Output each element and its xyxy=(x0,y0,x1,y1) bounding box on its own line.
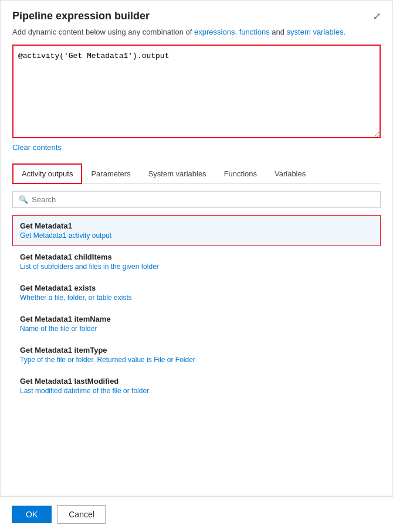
ok-button[interactable]: OK xyxy=(12,506,52,523)
functions-link[interactable]: functions xyxy=(239,28,270,36)
search-input[interactable] xyxy=(32,195,374,204)
list-item-title: Get Metadata1 lastModified xyxy=(20,377,373,386)
list-item[interactable]: Get Metadata1 Get Metadata1 activity out… xyxy=(12,215,381,246)
list-item-title: Get Metadata1 childItems xyxy=(20,253,373,261)
expression-textarea[interactable]: @activity('Get Metadata1').output xyxy=(12,45,381,138)
tabs-row: Activity outputs Parameters System varia… xyxy=(12,163,381,184)
cancel-button[interactable]: Cancel xyxy=(57,505,106,524)
list-item-desc: Type of the file or folder. Returned val… xyxy=(20,356,373,364)
dialog-title: Pipeline expression builder xyxy=(12,10,150,22)
tab-activity-outputs[interactable]: Activity outputs xyxy=(12,163,82,184)
search-box: 🔍 xyxy=(12,191,381,208)
search-icon: 🔍 xyxy=(19,195,28,204)
system-variables-link[interactable]: system variables. xyxy=(287,28,345,36)
list-item-title: Get Metadata1 xyxy=(20,221,373,230)
footer: OK Cancel xyxy=(0,496,393,532)
dialog-header: Pipeline expression builder ⤢ xyxy=(12,10,381,22)
list-item-desc: Get Metadata1 activity output xyxy=(20,231,373,240)
list-item-desc: Name of the file or folder xyxy=(20,325,373,333)
list-item-desc: Last modified datetime of the file or fo… xyxy=(20,387,373,395)
expressions-link[interactable]: expressions, xyxy=(194,28,237,36)
list-item[interactable]: Get Metadata1 childItems List of subfold… xyxy=(12,246,381,277)
list-item-title: Get Metadata1 itemName xyxy=(20,315,373,323)
list-item-title: Get Metadata1 itemType xyxy=(20,346,373,354)
list-item[interactable]: Get Metadata1 itemName Name of the file … xyxy=(12,308,381,339)
tab-parameters[interactable]: Parameters xyxy=(82,164,139,183)
list-item[interactable]: Get Metadata1 lastModified Last modified… xyxy=(12,370,381,401)
list-item-desc: List of subfolders and files in the give… xyxy=(20,262,373,271)
list-item[interactable]: Get Metadata1 exists Whether a file, fol… xyxy=(12,277,381,308)
pipeline-expression-builder-dialog: Pipeline expression builder ⤢ Add dynami… xyxy=(0,0,393,496)
tab-system-variables[interactable]: System variables xyxy=(140,164,215,183)
tab-variables[interactable]: Variables xyxy=(266,164,314,183)
clear-contents-link[interactable]: Clear contents xyxy=(12,143,381,152)
expand-icon[interactable]: ⤢ xyxy=(373,11,381,22)
list-item-title: Get Metadata1 exists xyxy=(20,284,373,292)
list-item-desc: Whether a file, folder, or table exists xyxy=(20,294,373,302)
list-item[interactable]: Get Metadata1 itemType Type of the file … xyxy=(12,339,381,370)
tab-functions[interactable]: Functions xyxy=(215,164,266,183)
dialog-subtitle: Add dynamic content below using any comb… xyxy=(12,27,381,37)
items-list: Get Metadata1 Get Metadata1 activity out… xyxy=(12,215,381,486)
